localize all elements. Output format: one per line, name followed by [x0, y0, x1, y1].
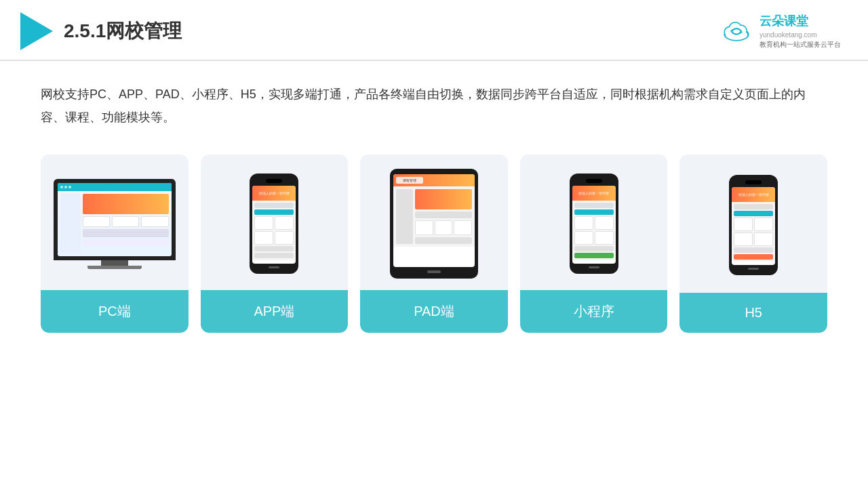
card-miniprogram-label: 小程序 — [520, 290, 668, 333]
card-pad: 课程管理 — [360, 155, 508, 333]
miniprogram-device-mockup: 招适人的第一堂判课 — [570, 174, 618, 274]
card-pc: PC端 — [41, 155, 189, 333]
brand-tagline: 教育机构一站式服务云平台 — [760, 40, 841, 49]
brand-logo: 云朵课堂 yunduoketang.com 教育机构一站式服务云平台 — [719, 13, 841, 49]
card-miniprogram: 招适人的第一堂判课 — [520, 155, 668, 333]
page-title: 2.5.1网校管理 — [64, 18, 182, 44]
brand-text: 云朵课堂 yunduoketang.com 教育机构一站式服务云平台 — [760, 13, 841, 49]
brand-domain: yunduoketang.com — [760, 30, 841, 40]
card-app-image: 招适人的第一堂判课 — [201, 155, 349, 290]
card-h5-image: 招适人的第一堂判课 — [679, 155, 827, 293]
pc-device-mockup — [54, 179, 176, 269]
description-text: 网校支持PC、APP、PAD、小程序、H5，实现多端打通，产品各终端自由切换，数… — [41, 83, 827, 129]
header-left: 2.5.1网校管理 — [20, 12, 182, 50]
logo-triangle-icon — [20, 12, 53, 50]
card-app: 招适人的第一堂判课 — [201, 155, 349, 333]
card-pad-image: 课程管理 — [360, 155, 508, 290]
h5-device-mockup: 招适人的第一堂判课 — [729, 175, 778, 275]
app-device-mockup: 招适人的第一堂判课 — [250, 174, 298, 274]
card-h5: 招适人的第一堂判课 — [679, 155, 827, 333]
card-pad-label: PAD端 — [360, 290, 508, 333]
cards-container: PC端 招适人的第一堂判课 — [41, 155, 827, 333]
header: 2.5.1网校管理 云朵课堂 yunduoketang.com 教育机构一站式服… — [0, 0, 868, 61]
card-h5-label: H5 — [679, 293, 827, 333]
brand-cloud-icon — [719, 18, 754, 44]
brand-name: 云朵课堂 — [760, 13, 841, 30]
card-pc-image — [41, 155, 189, 290]
pad-device-mockup: 课程管理 — [390, 169, 478, 279]
card-miniprogram-image: 招适人的第一堂判课 — [520, 155, 668, 290]
card-app-label: APP端 — [201, 290, 349, 333]
card-pc-label: PC端 — [41, 290, 189, 333]
